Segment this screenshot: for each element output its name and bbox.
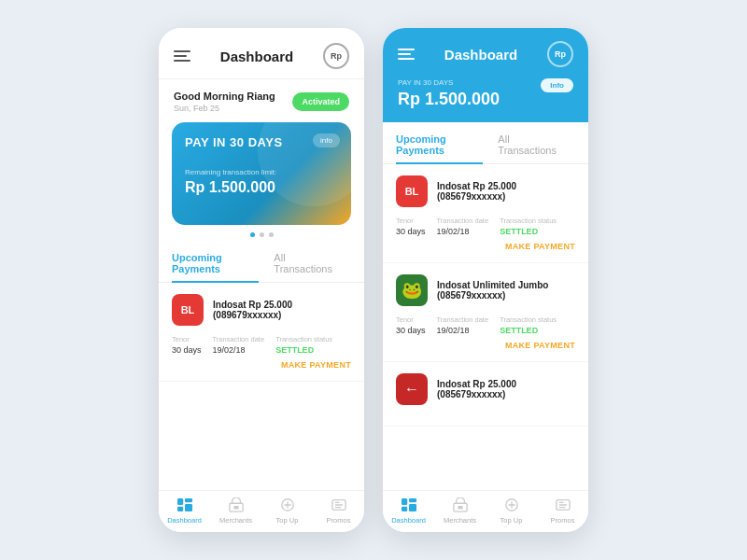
provider-logo-2: 🐸 [396,274,428,306]
payment-item-2: 🐸 Indosat Unlimited Jumbo (085679xxxxxx)… [383,263,588,362]
dot-3[interactable] [269,232,274,237]
svg-rect-0 [177,498,183,505]
dot-2[interactable] [260,232,264,237]
phone2-tabs: Upcoming Payments All Transactions [383,126,588,164]
svg-rect-14 [402,507,407,511]
phone2-topup-icon [501,497,522,513]
provider-logo-1: BL [396,175,428,207]
payment-meta: Tenor 30 days Transaction date 19/02/18 … [172,335,351,355]
tab-all[interactable]: All Transactions [274,245,336,282]
info-button[interactable]: info [313,133,340,147]
make-payment-button[interactable]: MAKE PAYMENT [172,360,351,370]
phone2-nav-dashboard-label: Dashboard [391,516,426,525]
tenor-item: Tenor 30 days [172,335,202,355]
topup-icon [277,497,298,513]
remaining-amount: Rp 1.500.000 [185,179,338,196]
nav-dashboard-label: Dashboard [167,516,202,525]
promos-icon [329,497,349,513]
nav-promos-label: Promos [327,516,351,525]
phone2-nav-dashboard[interactable]: Dashboard [383,497,434,525]
greeting-section: Good Morning Riang Sun, Feb 25 Activated [159,79,364,122]
make-payment-1[interactable]: MAKE PAYMENT [396,242,575,251]
phone2-dashboard-icon [399,497,419,513]
pay-card-title: PAY IN 30 DAYS [185,135,338,149]
svg-rect-16 [409,504,416,511]
phone2-nav-promos-label: Promos [551,516,575,525]
activated-badge: Activated [292,92,349,111]
pay-in-label: PAY IN 30 DAYS [398,78,500,87]
phone2-payment-list: BL Indosat Rp 25.000 (085679xxxxxx) Teno… [383,164,588,490]
status-item: Transaction status SETTLED [275,335,332,355]
nav-merchants-label: Merchants [219,516,252,525]
date-label: Transaction date [213,335,265,343]
nav-topup-label: Top Up [276,516,299,525]
nav-dashboard[interactable]: Dashboard [159,497,210,525]
phone2-info-button[interactable]: Info [541,78,573,92]
phone2-rp-badge[interactable]: Rp [547,41,573,67]
nav-promos[interactable]: Promos [313,497,364,525]
phone1-header: Dashboard Rp [159,28,364,79]
phone-1: Dashboard Rp Good Morning Riang Sun, Feb… [159,28,364,532]
phone2-nav-topup-label: Top Up [500,516,523,525]
svg-rect-5 [233,506,238,510]
date-item: Transaction date 19/02/18 [213,335,265,355]
payment-top: BL Indosat Rp 25.000 (089679xxxxxx) [172,294,351,326]
tenor-label: Tenor [172,335,202,343]
status-label: Transaction status [275,335,332,343]
greeting-date: Sun, Feb 25 [174,104,275,113]
rp-badge[interactable]: Rp [323,43,349,69]
payment-name-1: Indosat Rp 25.000 (085679xxxxxx) [437,181,575,202]
phone1-tabs: Upcoming Payments All Transactions [159,245,364,283]
phone2-nav-merchants-label: Merchants [444,516,476,525]
payment-name-2: Indosat Unlimited Jumbo (085679xxxxxx) [437,280,575,301]
phone2-nav-promos[interactable]: Promos [537,497,588,525]
merchants-icon [226,497,247,513]
payment-name: Indosat Rp 25.000 (089679xxxxxx) [213,300,351,320]
payment-name-3: Indosat Rp 25.000 (085679xxxxxx) [437,379,575,399]
pay-amount: Rp 1.500.000 [398,90,500,109]
phone1-title: Dashboard [220,49,293,64]
payment-item-1: BL Indosat Rp 25.000 (085679xxxxxx) Teno… [383,164,588,263]
nav-topup[interactable]: Top Up [261,497,313,525]
phones-container: Dashboard Rp Good Morning Riang Sun, Feb… [140,9,607,551]
dot-1[interactable] [250,232,255,237]
dashboard-icon [175,497,195,513]
phone2-tab-all[interactable]: All Transactions [498,126,560,163]
svg-rect-18 [458,506,462,510]
remaining-label: Remaining transaction limit: [185,168,338,176]
tab-upcoming[interactable]: Upcoming Payments [172,245,259,282]
phone2-nav-topup[interactable]: Top Up [486,497,537,525]
status-value: SETTLED [275,345,332,355]
hamburger-icon[interactable] [174,50,190,62]
phone1-bottom-nav: Dashboard Merchants [159,490,364,532]
phone2-tab-upcoming[interactable]: Upcoming Payments [396,126,483,163]
svg-rect-1 [177,507,183,511]
svg-rect-15 [409,498,416,502]
phone2-promos-icon [553,497,573,513]
date-value: 19/02/18 [213,345,265,355]
carousel-dots [159,225,364,241]
tenor-value: 30 days [172,345,202,355]
phone2-bottom-nav: Dashboard Merchants [383,490,588,532]
phone2-title: Dashboard [444,47,517,63]
phone-2: Dashboard Rp PAY IN 30 DAYS Rp 1.500.000… [383,28,588,532]
phone2-nav-merchants[interactable]: Merchants [434,497,486,525]
phone1-payment-list: BL Indosat Rp 25.000 (089679xxxxxx) Teno… [159,283,364,490]
svg-rect-13 [402,498,407,505]
phone2-header: Dashboard Rp [383,28,588,78]
nav-merchants[interactable]: Merchants [210,497,261,525]
provider-logo-3: ← [396,373,428,405]
phone2-merchants-icon [450,497,471,513]
provider-logo-bl: BL [172,294,204,326]
make-payment-2[interactable]: MAKE PAYMENT [396,341,575,350]
blue-sub-header: PAY IN 30 DAYS Rp 1.500.000 Info [383,78,588,122]
payment-item-3: ← Indosat Rp 25.000 (085679xxxxxx) [383,362,588,427]
phone2-hamburger-icon[interactable] [398,49,415,60]
svg-rect-2 [185,498,192,502]
svg-rect-3 [185,504,192,511]
pay-card: PAY IN 30 DAYS info Remaining transactio… [172,122,351,225]
greeting-name: Good Morning Riang [174,91,275,102]
payment-item: BL Indosat Rp 25.000 (089679xxxxxx) Teno… [159,283,364,382]
